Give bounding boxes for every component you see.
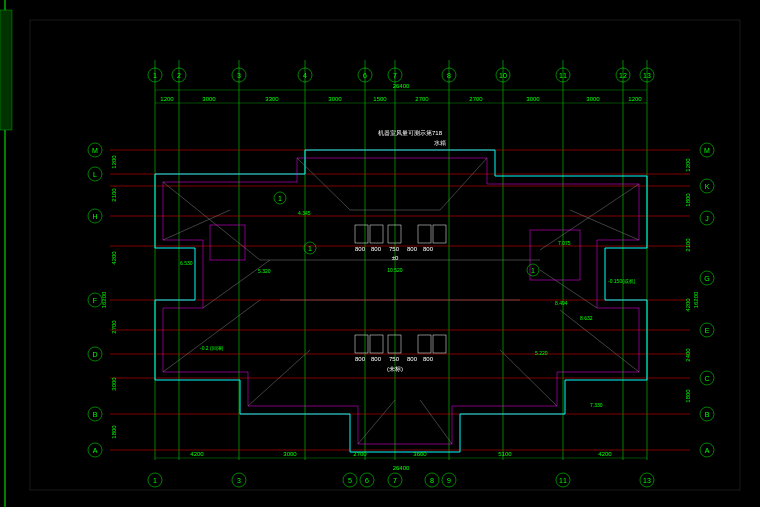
svg-text:4200: 4200	[190, 451, 204, 457]
svg-text:1200: 1200	[160, 96, 174, 102]
svg-text:A: A	[93, 447, 98, 454]
svg-text:8.494: 8.494	[555, 300, 568, 306]
svg-text:5.320: 5.320	[258, 268, 271, 274]
svg-line-31	[420, 400, 452, 444]
svg-text:800: 800	[371, 246, 382, 252]
svg-text:2100: 2100	[685, 238, 691, 252]
svg-text:8: 8	[430, 477, 434, 484]
svg-rect-45	[418, 225, 431, 243]
svg-text:11: 11	[559, 477, 567, 484]
svg-text:C: C	[704, 375, 709, 382]
svg-rect-47	[355, 335, 368, 353]
svg-text:13: 13	[643, 72, 651, 79]
svg-text:-0.150(或机): -0.150(或机)	[608, 278, 636, 284]
svg-line-30	[358, 400, 395, 444]
svg-text:1200: 1200	[111, 155, 117, 169]
svg-text:3000: 3000	[328, 96, 342, 102]
svg-text:8: 8	[447, 72, 451, 79]
svg-text:750: 750	[389, 246, 400, 252]
svg-text:1: 1	[278, 195, 282, 202]
svg-text:G: G	[704, 275, 709, 282]
svg-rect-42	[355, 225, 368, 243]
row-bubbles-right: M K J G E C B A	[700, 143, 714, 457]
svg-text:K: K	[705, 183, 710, 190]
svg-text:800: 800	[423, 356, 434, 362]
svg-text:3000: 3000	[111, 377, 117, 391]
svg-text:5: 5	[348, 477, 352, 484]
col-bubbles-top: 1 2 3 4 6 7 8 10 11 12 13	[148, 68, 654, 82]
svg-text:7.075: 7.075	[558, 240, 571, 246]
svg-text:7: 7	[393, 72, 397, 79]
svg-text:4200: 4200	[598, 451, 612, 457]
svg-rect-46	[433, 225, 446, 243]
svg-text:1: 1	[153, 72, 157, 79]
svg-text:E: E	[705, 327, 710, 334]
svg-text:16200: 16200	[101, 291, 107, 308]
svg-rect-53	[210, 225, 245, 260]
svg-text:3000: 3000	[202, 96, 216, 102]
svg-text:800: 800	[407, 246, 418, 252]
svg-rect-51	[433, 335, 446, 353]
svg-text:2100: 2100	[111, 188, 117, 202]
svg-rect-43	[370, 225, 383, 243]
svg-text:13: 13	[643, 477, 651, 484]
svg-rect-49	[388, 335, 401, 353]
svg-text:2: 2	[177, 72, 181, 79]
roof-lines	[163, 158, 639, 444]
svg-rect-50	[418, 335, 431, 353]
svg-text:3000: 3000	[586, 96, 600, 102]
svg-text:H: H	[92, 213, 97, 220]
row-bubbles-left: M L H F D B A	[88, 143, 102, 457]
cad-floorplan: 1 2 3 4 6 7 8 10 11 12 13 1 3 5 6 7 8 9 …	[0, 0, 760, 507]
svg-text:M: M	[92, 147, 98, 154]
svg-rect-48	[370, 335, 383, 353]
svg-text:1: 1	[531, 267, 535, 274]
svg-rect-1	[0, 10, 12, 130]
svg-text:3000: 3000	[283, 451, 297, 457]
svg-text:2700: 2700	[353, 451, 367, 457]
svg-text:5.220: 5.220	[535, 350, 548, 356]
svg-text:4200: 4200	[685, 298, 691, 312]
svg-text:10.520: 10.520	[387, 267, 403, 273]
svg-text:3: 3	[237, 477, 241, 484]
svg-text:3000: 3000	[526, 96, 540, 102]
svg-rect-52	[530, 230, 580, 280]
svg-text:2700: 2700	[111, 320, 117, 334]
opening-dims-upper: 800 800 750 800 800 ±0	[355, 246, 434, 261]
building-outline	[155, 150, 647, 452]
svg-text:800: 800	[355, 246, 366, 252]
dims-top: 1200 3000 3300 3000 1500 2700 2700 3000 …	[160, 96, 642, 102]
svg-text:7: 7	[393, 477, 397, 484]
svg-line-37	[440, 158, 487, 210]
svg-text:3300: 3300	[265, 96, 279, 102]
svg-text:1200: 1200	[685, 158, 691, 172]
svg-text:1800: 1800	[685, 193, 691, 207]
svg-text:1500: 1500	[373, 96, 387, 102]
svg-text:8.632: 8.632	[580, 315, 593, 321]
svg-text:5100: 5100	[498, 451, 512, 457]
col-bubbles-bottom: 1 3 5 6 7 8 9 11 13	[148, 473, 654, 487]
svg-text:(未标): (未标)	[387, 366, 403, 372]
svg-text:4200: 4200	[111, 251, 117, 265]
svg-text:6: 6	[365, 477, 369, 484]
svg-text:1: 1	[153, 477, 157, 484]
svg-text:800: 800	[407, 356, 418, 362]
svg-text:7.330: 7.330	[590, 402, 603, 408]
svg-text:16200: 16200	[693, 291, 699, 308]
svg-text:3: 3	[237, 72, 241, 79]
svg-text:4: 4	[303, 72, 307, 79]
note-2: 水箱	[434, 140, 446, 146]
total-width-bottom: 26400	[393, 465, 410, 471]
opening-dims-lower: 800 800 750 800 800 (未标)	[355, 356, 434, 372]
svg-text:1800: 1800	[685, 389, 691, 403]
note-1: 机器室风量可测示第718	[378, 129, 443, 136]
svg-rect-2	[30, 20, 740, 490]
total-width-top: 26400	[393, 83, 410, 89]
svg-text:12: 12	[619, 72, 627, 79]
svg-text:6.530: 6.530	[180, 260, 193, 266]
svg-text:4.345: 4.345	[298, 210, 311, 216]
svg-text:11: 11	[559, 72, 567, 79]
svg-text:D: D	[92, 351, 97, 358]
windows-upper	[355, 225, 446, 243]
svg-text:800: 800	[355, 356, 366, 362]
